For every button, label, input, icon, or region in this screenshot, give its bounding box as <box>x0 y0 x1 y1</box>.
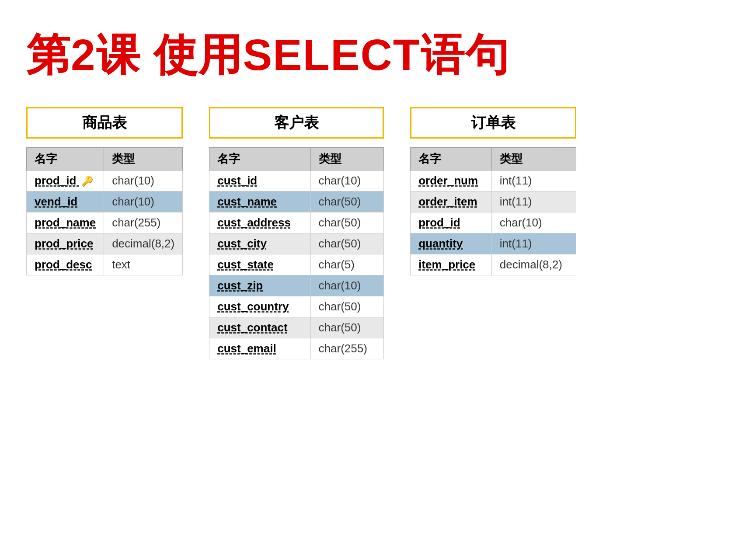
table-row: cust_state char(5) <box>209 254 384 275</box>
products-section: 商品表 名字 类型 prod_id 🔑 char(10) vend_id cha… <box>26 107 183 275</box>
field-type: char(50) <box>310 233 384 254</box>
field-type: decimal(8,2) <box>104 233 183 254</box>
field-type: char(50) <box>310 296 384 317</box>
field-type: char(255) <box>310 338 384 359</box>
field-type: int(11) <box>491 191 576 212</box>
table-row: prod_id char(10) <box>411 212 576 233</box>
field-name: cust_country <box>209 296 310 317</box>
field-name: order_num <box>411 170 492 191</box>
table-row: cust_contact char(50) <box>209 317 384 338</box>
products-header-type: 类型 <box>104 148 183 170</box>
table-row: order_num int(11) <box>411 170 576 191</box>
field-type: int(11) <box>491 170 576 191</box>
table-row: order_item int(11) <box>411 191 576 212</box>
field-type: int(11) <box>491 233 576 254</box>
table-row: prod_desc text <box>27 254 183 275</box>
field-name: quantity <box>411 233 492 254</box>
products-table-title: 商品表 <box>26 107 183 139</box>
table-row: vend_id char(10) <box>27 191 183 212</box>
table-row: cust_address char(50) <box>209 212 384 233</box>
table-row: cust_id char(10) <box>209 170 384 191</box>
field-type: char(10) <box>310 170 384 191</box>
field-name: order_item <box>411 191 492 212</box>
customers-header-type: 类型 <box>310 148 384 170</box>
tables-container: 商品表 名字 类型 prod_id 🔑 char(10) vend_id cha… <box>26 107 723 359</box>
field-type: char(10) <box>491 212 576 233</box>
field-type: decimal(8,2) <box>491 254 576 275</box>
field-type: char(50) <box>310 317 384 338</box>
field-type: text <box>104 254 183 275</box>
table-row: cust_name char(50) <box>209 191 384 212</box>
key-icon: 🔑 <box>81 176 93 187</box>
field-type: char(255) <box>104 212 183 233</box>
field-name: prod_name <box>27 212 104 233</box>
field-name: cust_id <box>209 170 310 191</box>
customers-table-title: 客户表 <box>209 107 384 139</box>
field-type: char(10) <box>310 275 384 296</box>
table-row: cust_email char(255) <box>209 338 384 359</box>
orders-section: 订单表 名字 类型 order_num int(11) order_item i… <box>410 107 576 275</box>
customers-header-name: 名字 <box>209 148 310 170</box>
orders-header-name: 名字 <box>411 148 492 170</box>
field-name: item_price <box>411 254 492 275</box>
field-name: cust_city <box>209 233 310 254</box>
field-type: char(50) <box>310 212 384 233</box>
field-name: cust_email <box>209 338 310 359</box>
field-type: char(10) <box>104 191 183 212</box>
field-name: cust_address <box>209 212 310 233</box>
table-row: prod_price decimal(8,2) <box>27 233 183 254</box>
field-name: prod_desc <box>27 254 104 275</box>
table-row: prod_name char(255) <box>27 212 183 233</box>
field-type: char(10) <box>104 170 183 191</box>
table-row: prod_id 🔑 char(10) <box>27 170 183 191</box>
orders-table-title: 订单表 <box>410 107 576 139</box>
table-row: cust_country char(50) <box>209 296 384 317</box>
field-name: cust_contact <box>209 317 310 338</box>
table-row: cust_city char(50) <box>209 233 384 254</box>
orders-header-type: 类型 <box>491 148 576 170</box>
field-name: cust_zip <box>209 275 310 296</box>
table-row: quantity int(11) <box>411 233 576 254</box>
field-name: cust_state <box>209 254 310 275</box>
field-name: vend_id <box>27 191 104 212</box>
table-row: cust_zip char(10) <box>209 275 384 296</box>
field-name: prod_id 🔑 <box>27 170 104 191</box>
field-name: prod_id <box>411 212 492 233</box>
products-table: 名字 类型 prod_id 🔑 char(10) vend_id char(10… <box>26 147 183 275</box>
table-row: item_price decimal(8,2) <box>411 254 576 275</box>
orders-table: 名字 类型 order_num int(11) order_item int(1… <box>410 147 576 275</box>
customers-table: 名字 类型 cust_id char(10) cust_name char(50… <box>209 147 384 359</box>
field-type: char(5) <box>310 254 384 275</box>
field-name: prod_price <box>27 233 104 254</box>
page-title: 第2课 使用SELECT语句 <box>26 17 723 85</box>
field-name: cust_name <box>209 191 310 212</box>
field-type: char(50) <box>310 191 384 212</box>
products-header-name: 名字 <box>27 148 104 170</box>
customers-section: 客户表 名字 类型 cust_id char(10) cust_name cha… <box>209 107 384 359</box>
